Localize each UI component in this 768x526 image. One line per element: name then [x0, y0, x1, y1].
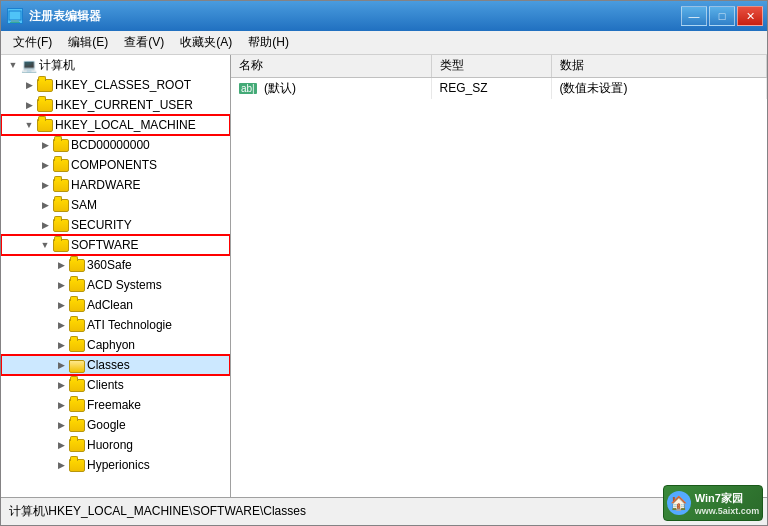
- folder-icon-hardware: [53, 179, 69, 192]
- folder-icon-huorong: [69, 439, 85, 452]
- tree-node-security[interactable]: ▶ SECURITY: [1, 215, 230, 235]
- svg-rect-1: [11, 20, 19, 22]
- tree-node-huorong[interactable]: ▶ Huorong: [1, 435, 230, 455]
- folder-icon-adclean: [69, 299, 85, 312]
- label-hyperionics: Hyperionics: [87, 458, 150, 472]
- folder-icon-caphyon: [69, 339, 85, 352]
- expand-adclean[interactable]: ▶: [53, 297, 69, 313]
- expand-google[interactable]: ▶: [53, 417, 69, 433]
- folder-icon-bcd: [53, 139, 69, 152]
- col-header-type: 类型: [431, 55, 551, 77]
- registry-tree[interactable]: ▼ 💻 计算机 ▶ HKEY_CLASSES_ROOT ▶ HKEY_CURRE…: [1, 55, 231, 497]
- menu-bar: 文件(F) 编辑(E) 查看(V) 收藏夹(A) 帮助(H): [1, 31, 767, 55]
- tree-node-computer[interactable]: ▼ 💻 计算机: [1, 55, 230, 75]
- tree-node-hyperionics[interactable]: ▶ Hyperionics: [1, 455, 230, 475]
- expand-computer[interactable]: ▼: [5, 57, 21, 73]
- expand-classes[interactable]: ▶: [53, 357, 69, 373]
- window-title: 注册表编辑器: [29, 8, 101, 25]
- ab-icon: ab|: [239, 83, 257, 94]
- folder-icon-hkcu: [37, 99, 53, 112]
- cell-data: (数值未设置): [551, 77, 767, 99]
- expand-ati[interactable]: ▶: [53, 317, 69, 333]
- col-header-data: 数据: [551, 55, 767, 77]
- tree-node-google[interactable]: ▶ Google: [1, 415, 230, 435]
- tree-node-adclean[interactable]: ▶ AdClean: [1, 295, 230, 315]
- col-header-name: 名称: [231, 55, 431, 77]
- expand-components[interactable]: ▶: [37, 157, 53, 173]
- expand-hklm[interactable]: ▼: [21, 117, 37, 133]
- registry-values-panel: 名称 类型 数据 ab| (默认) REG_SZ (数值未设置): [231, 55, 767, 497]
- label-classes: Classes: [87, 358, 130, 372]
- tree-node-hkcu[interactable]: ▶ HKEY_CURRENT_USER: [1, 95, 230, 115]
- watermark-url: www.5aixt.com: [695, 506, 760, 516]
- label-ati: ATI Technologie: [87, 318, 172, 332]
- close-button[interactable]: ✕: [737, 6, 763, 26]
- registry-table: 名称 类型 数据 ab| (默认) REG_SZ (数值未设置): [231, 55, 767, 99]
- table-row[interactable]: ab| (默认) REG_SZ (数值未设置): [231, 77, 767, 99]
- tree-node-bcd[interactable]: ▶ BCD00000000: [1, 135, 230, 155]
- label-acd: ACD Systems: [87, 278, 162, 292]
- expand-security[interactable]: ▶: [37, 217, 53, 233]
- watermark-text-block: Win7家园 www.5aixt.com: [695, 491, 760, 516]
- expand-sam[interactable]: ▶: [37, 197, 53, 213]
- tree-node-hkcr[interactable]: ▶ HKEY_CLASSES_ROOT: [1, 75, 230, 95]
- folder-icon-clients: [69, 379, 85, 392]
- status-bar: 计算机\HKEY_LOCAL_MACHINE\SOFTWARE\Classes: [1, 497, 767, 525]
- label-hkcu: HKEY_CURRENT_USER: [55, 98, 193, 112]
- title-bar: 注册表编辑器 — □ ✕: [1, 1, 767, 31]
- label-components: COMPONENTS: [71, 158, 157, 172]
- expand-hardware[interactable]: ▶: [37, 177, 53, 193]
- tree-node-components[interactable]: ▶ COMPONENTS: [1, 155, 230, 175]
- menu-help[interactable]: 帮助(H): [240, 32, 297, 53]
- expand-hkcu[interactable]: ▶: [21, 97, 37, 113]
- svg-rect-2: [10, 22, 20, 23]
- expand-caphyon[interactable]: ▶: [53, 337, 69, 353]
- tree-node-freemake[interactable]: ▶ Freemake: [1, 395, 230, 415]
- expand-huorong[interactable]: ▶: [53, 437, 69, 453]
- folder-icon-hyperionics: [69, 459, 85, 472]
- watermark-logo: 🏠: [667, 491, 691, 515]
- menu-file[interactable]: 文件(F): [5, 32, 60, 53]
- expand-software[interactable]: ▼: [37, 237, 53, 253]
- label-security: SECURITY: [71, 218, 132, 232]
- app-icon: [7, 8, 23, 24]
- maximize-button[interactable]: □: [709, 6, 735, 26]
- tree-node-clients[interactable]: ▶ Clients: [1, 375, 230, 395]
- folder-icon-components: [53, 159, 69, 172]
- tree-node-classes[interactable]: ▶ Classes: [1, 355, 230, 375]
- tree-node-caphyon[interactable]: ▶ Caphyon: [1, 335, 230, 355]
- label-hardware: HARDWARE: [71, 178, 141, 192]
- menu-favorites[interactable]: 收藏夹(A): [172, 32, 240, 53]
- watermark: 🏠 Win7家园 www.5aixt.com: [663, 485, 763, 521]
- tree-node-acd[interactable]: ▶ ACD Systems: [1, 275, 230, 295]
- label-software: SOFTWARE: [71, 238, 139, 252]
- expand-freemake[interactable]: ▶: [53, 397, 69, 413]
- cell-type: REG_SZ: [431, 77, 551, 99]
- tree-node-software[interactable]: ▼ SOFTWARE: [1, 235, 230, 255]
- folder-icon-hklm: [37, 119, 53, 132]
- label-caphyon: Caphyon: [87, 338, 135, 352]
- tree-node-sam[interactable]: ▶ SAM: [1, 195, 230, 215]
- expand-acd[interactable]: ▶: [53, 277, 69, 293]
- tree-node-hardware[interactable]: ▶ HARDWARE: [1, 175, 230, 195]
- status-path: 计算机\HKEY_LOCAL_MACHINE\SOFTWARE\Classes: [9, 503, 306, 520]
- menu-view[interactable]: 查看(V): [116, 32, 172, 53]
- label-google: Google: [87, 418, 126, 432]
- watermark-title: Win7家园: [695, 491, 760, 506]
- expand-hyperionics[interactable]: ▶: [53, 457, 69, 473]
- tree-node-ati[interactable]: ▶ ATI Technologie: [1, 315, 230, 335]
- tree-node-360safe[interactable]: ▶ 360Safe: [1, 255, 230, 275]
- folder-icon-software: [53, 239, 69, 252]
- tree-node-hklm[interactable]: ▼ HKEY_LOCAL_MACHINE: [1, 115, 230, 135]
- label-huorong: Huorong: [87, 438, 133, 452]
- expand-360safe[interactable]: ▶: [53, 257, 69, 273]
- cell-name-text: (默认): [264, 81, 296, 95]
- expand-hkcr[interactable]: ▶: [21, 77, 37, 93]
- label-hklm: HKEY_LOCAL_MACHINE: [55, 118, 196, 132]
- menu-edit[interactable]: 编辑(E): [60, 32, 116, 53]
- expand-bcd[interactable]: ▶: [37, 137, 53, 153]
- folder-icon-security: [53, 219, 69, 232]
- minimize-button[interactable]: —: [681, 6, 707, 26]
- expand-clients[interactable]: ▶: [53, 377, 69, 393]
- folder-icon-google: [69, 419, 85, 432]
